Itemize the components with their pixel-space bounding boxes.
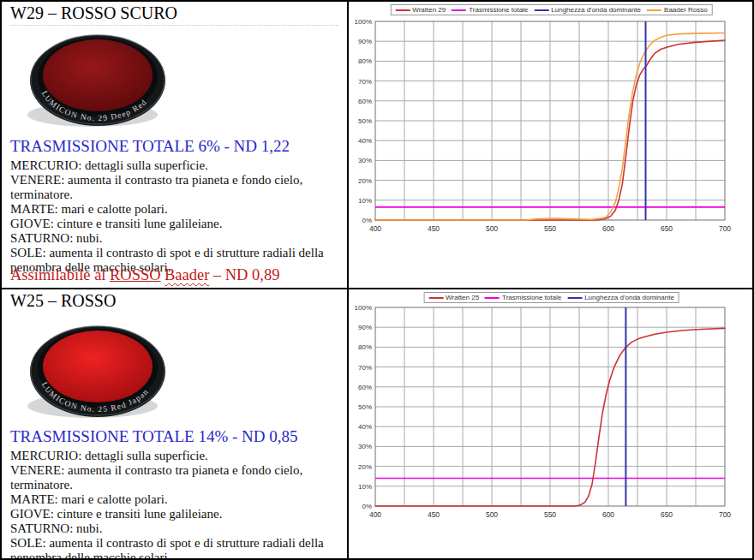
chart-legend-w29: Wratten 29Trasmissione totaleLunghezza d… — [390, 4, 712, 15]
filter-comparison-page: W29 – ROSSO SCURO LUMICON No. 29 Deep Re… — [0, 0, 754, 560]
transmission-chart-w29: 0%10%20%30%40%50%60%70%80%90%100%4004505… — [349, 3, 754, 243]
transmission-heading-w29: TRASMISSIONE TOTALE 6% - ND 1,22 — [10, 137, 342, 156]
legend-item: Trasmissione totale — [485, 294, 561, 301]
y-tick-label: 10% — [358, 483, 372, 491]
chart-cell-w25: 0%10%20%30%40%50%60%70%80%90%100%4004505… — [349, 289, 754, 560]
section-title-w29: W29 – ROSSO SCURO — [10, 3, 338, 26]
x-tick-label: 700 — [719, 510, 731, 519]
transmission-chart-w25: 0%10%20%30%40%50%60%70%80%90%100%4004505… — [349, 289, 754, 529]
note-giove: GIOVE: cinture e transiti lune galileian… — [10, 507, 337, 521]
y-tick-label: 70% — [358, 364, 372, 372]
x-tick-label: 450 — [428, 224, 440, 233]
legend-label: Baader Rosso — [664, 6, 708, 14]
x-tick-label: 500 — [486, 224, 498, 233]
filter-glass — [43, 39, 153, 111]
y-tick-label: 80% — [358, 57, 372, 65]
x-tick-label: 550 — [544, 510, 556, 519]
x-tick-label: 500 — [486, 510, 498, 519]
note-marte: MARTE: mari e calotte polari. — [10, 492, 337, 507]
y-tick-label: 20% — [358, 463, 372, 471]
planet-notes-w25: MERCURIO: dettagli sulla superficie. VEN… — [10, 449, 337, 560]
note-mercurio: MERCURIO: dettagli sulla superficie. — [10, 158, 337, 173]
legend-label: Lunghezza d'onda dominante — [584, 294, 674, 301]
note-marte: MARTE: mari e calotte polari. — [10, 202, 337, 217]
legend-item: Baader Rosso — [647, 6, 708, 14]
y-tick-label: 90% — [358, 324, 372, 331]
note-sole: SOLE: aumenta il contrasto di spot e di … — [10, 536, 337, 560]
y-tick-label: 0% — [362, 503, 372, 510]
note-giove: GIOVE: cinture e transiti lune galileian… — [10, 217, 337, 231]
y-tick-label: 0% — [362, 217, 372, 224]
legend-label: Trasmissione totale — [469, 6, 528, 14]
x-tick-label: 400 — [369, 510, 381, 519]
row-divider — [2, 288, 754, 289]
x-tick-label: 650 — [661, 510, 673, 519]
transmission-heading-w25: TRASMISSIONE TOTALE 14% - ND 0,85 — [10, 427, 342, 446]
chart-cell-w29: 0%10%20%30%40%50%60%70%80%90%100%4004505… — [349, 3, 754, 286]
section-title-w25: W25 – ROSSO — [10, 291, 338, 311]
x-tick-label: 650 — [661, 224, 673, 233]
section-w29: W29 – ROSSO SCURO LUMICON No. 29 Deep Re… — [3, 3, 345, 286]
y-tick-label: 50% — [358, 403, 372, 411]
chart-legend-w25: Wratten 25Trasmissione totaleLunghezza d… — [423, 292, 679, 303]
x-tick-label: 700 — [719, 224, 731, 233]
legend-label: Lunghezza d'onda dominante — [551, 6, 641, 14]
y-tick-label: 10% — [358, 197, 372, 205]
baader-equivalence-note: Assimilabile alROSSOBaader– ND 0,89 — [10, 266, 279, 284]
legend-item: Wratten 25 — [428, 294, 479, 301]
legend-label: Wratten 25 — [446, 294, 479, 301]
y-tick-label: 60% — [358, 98, 372, 105]
column-divider — [347, 2, 349, 560]
legend-item: Wratten 29 — [395, 6, 446, 14]
y-tick-label: 50% — [358, 117, 372, 125]
x-tick-label: 400 — [369, 224, 381, 233]
note-saturno: SATURNO: nubi. — [10, 231, 337, 246]
y-tick-label: 30% — [358, 443, 372, 450]
legend-label: Trasmissione totale — [502, 294, 561, 301]
x-tick-label: 600 — [602, 224, 614, 233]
x-tick-label: 450 — [428, 510, 440, 519]
legend-item: Lunghezza d'onda dominante — [534, 6, 641, 14]
legend-swatch — [567, 297, 582, 299]
legend-swatch — [428, 297, 443, 299]
note-saturno: SATURNO: nubi. — [10, 521, 337, 536]
x-tick-label: 550 — [544, 224, 556, 233]
legend-label: Wratten 29 — [412, 6, 446, 14]
note-mercurio: MERCURIO: dettagli sulla superficie. — [10, 449, 337, 463]
legend-swatch — [485, 297, 500, 299]
legend-swatch — [534, 9, 548, 11]
legend-swatch — [647, 9, 661, 11]
y-tick-label: 80% — [358, 343, 372, 351]
y-tick-label: 90% — [358, 38, 372, 45]
y-tick-label: 100% — [355, 18, 372, 26]
section-w25: W25 – ROSSO LUMICON No. 25 Red Japan TRA… — [3, 289, 345, 560]
y-tick-label: 60% — [358, 384, 372, 391]
legend-swatch — [452, 9, 466, 11]
y-tick-label: 70% — [358, 78, 372, 86]
filter-photo-w25: LUMICON No. 25 Red Japan — [22, 315, 202, 426]
y-tick-label: 40% — [358, 137, 372, 145]
planet-notes-w29: MERCURIO: dettagli sulla superficie. VEN… — [10, 158, 337, 275]
y-tick-label: 20% — [358, 177, 372, 185]
y-tick-label: 40% — [358, 423, 372, 431]
y-tick-label: 100% — [355, 304, 372, 312]
note-venere: VENERE: aumenta il contrasto tra pianeta… — [10, 463, 337, 492]
y-tick-label: 30% — [358, 157, 372, 164]
filter-glass — [43, 331, 153, 402]
note-venere: VENERE: aumenta il contrasto tra pianeta… — [10, 173, 337, 202]
legend-item: Trasmissione totale — [452, 6, 528, 14]
x-tick-label: 600 — [602, 510, 614, 519]
legend-item: Lunghezza d'onda dominante — [567, 294, 674, 301]
legend-swatch — [395, 9, 410, 11]
filter-photo-w29: LUMICON No. 29 Deep Red — [22, 24, 202, 135]
